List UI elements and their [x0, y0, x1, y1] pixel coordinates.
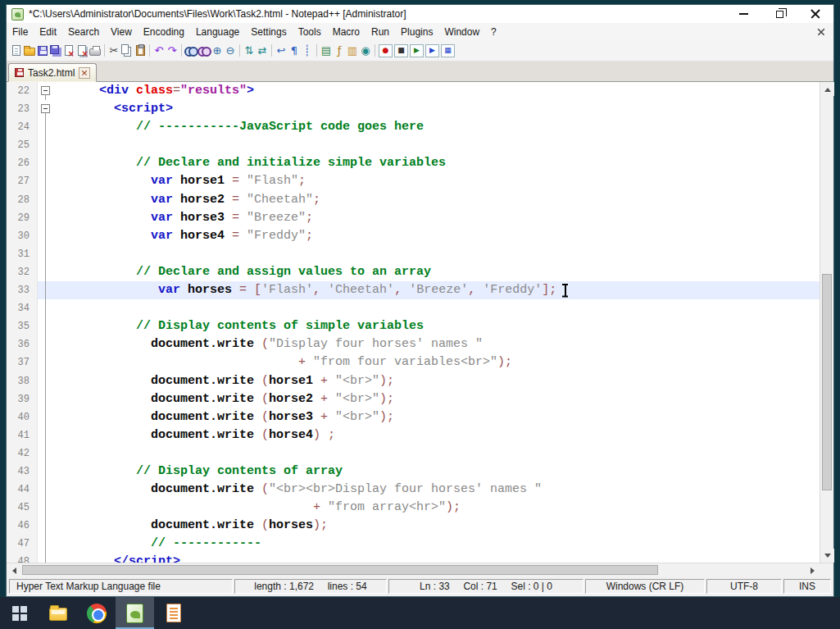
macro-stop-icon[interactable]: ■	[394, 44, 408, 57]
menu-item-language[interactable]: Language	[190, 24, 245, 40]
code-line-22[interactable]: 22 <div class="results">	[7, 82, 820, 100]
monitoring-icon[interactable]: ◉	[359, 43, 372, 58]
vertical-scrollbar[interactable]	[820, 82, 833, 563]
code-line-27[interactable]: 27 var horse1 = "Flash";	[7, 172, 820, 190]
horizontal-scroll-track[interactable]	[20, 563, 806, 577]
redo-icon[interactable]: ↷	[166, 43, 179, 58]
code-line-34[interactable]: 34	[7, 299, 820, 317]
code-line-28[interactable]: 28 var horse2 = "Cheetah";	[7, 191, 820, 209]
scroll-up-button[interactable]	[820, 82, 834, 96]
save-icon[interactable]	[36, 43, 49, 58]
menu-item-encoding[interactable]: Encoding	[138, 24, 190, 40]
code-line-23[interactable]: 23 <script>	[7, 100, 820, 118]
code-line-46[interactable]: 46 document.write (horses);	[7, 517, 820, 535]
menu-item-run[interactable]: Run	[366, 24, 395, 40]
macro-save-icon[interactable]: ▦	[441, 44, 455, 57]
document-app-button[interactable]	[154, 597, 193, 629]
code-line-35[interactable]: 35 // Display contents of simple variabl…	[7, 317, 820, 335]
scroll-left-button[interactable]	[7, 563, 20, 577]
code-line-39[interactable]: 39 document.write (horse2 + "<br>");	[7, 390, 820, 408]
code-line-43[interactable]: 43 // Display contents of array	[7, 463, 820, 481]
cut-icon[interactable]: ✂	[107, 43, 120, 58]
code-line-40[interactable]: 40 document.write (horse3 + "<br>");	[7, 408, 820, 426]
tab-task2html[interactable]: Task2.html	[8, 63, 97, 82]
code-line-44[interactable]: 44 document.write ("<br><br>Display four…	[7, 481, 820, 499]
word-wrap-icon[interactable]: ↩	[275, 43, 288, 58]
tab-close-button[interactable]	[79, 67, 90, 79]
save-all-icon[interactable]	[49, 43, 62, 58]
macro-record-icon[interactable]: ●	[379, 44, 393, 57]
sync-horizontal-scroll-icon[interactable]: ⇄	[256, 43, 269, 58]
close-button[interactable]	[797, 5, 833, 23]
menu-item-view[interactable]: View	[105, 24, 138, 40]
code-line-36[interactable]: 36 document.write ("Display four horses'…	[7, 335, 820, 353]
paste-icon[interactable]	[134, 43, 147, 58]
code-line-42[interactable]: 42	[7, 444, 820, 463]
code-line-30[interactable]: 30 var horse4 = "Freddy";	[7, 227, 820, 245]
file-explorer-button[interactable]	[39, 597, 77, 629]
folder-as-workspace-icon[interactable]: ▥	[346, 43, 359, 58]
document-map-icon[interactable]: ▤	[320, 43, 333, 58]
code-line-48[interactable]: 48 </script>	[7, 553, 820, 563]
horizontal-scrollbar[interactable]	[7, 563, 833, 577]
code-line-38[interactable]: 38 document.write (horse1 + "<br>");	[7, 372, 820, 390]
open-file-icon[interactable]	[23, 43, 36, 58]
code-line-33[interactable]: 33 var horses = ['Flash', 'Cheetah', 'Br…	[7, 281, 820, 299]
menu-item-file[interactable]: File	[7, 24, 34, 40]
indent-guide-icon[interactable]: ┊	[301, 43, 314, 58]
vertical-scroll-thumb[interactable]	[822, 274, 832, 490]
undo-icon[interactable]: ↶	[152, 43, 166, 58]
menu-item-macro[interactable]: Macro	[327, 24, 366, 40]
code-line-47[interactable]: 47 // ------------	[7, 535, 820, 553]
macro-run-multiple-icon[interactable]: ▶	[425, 44, 439, 57]
menu-item-help[interactable]: ?	[485, 24, 502, 40]
fold-guide-line	[38, 172, 55, 190]
line-number: 32	[7, 263, 38, 281]
code-line-24[interactable]: 24 // -----------JavaScript code goes he…	[7, 118, 820, 136]
chrome-icon	[87, 604, 107, 623]
menu-bar: FileEditSearchViewEncodingLanguageSettin…	[7, 23, 833, 40]
maximize-button[interactable]	[761, 5, 797, 23]
zoom-in-icon[interactable]: ⊕	[211, 43, 224, 58]
scroll-right-button[interactable]	[806, 563, 820, 577]
code-line-26[interactable]: 26 // Declare and initialize simple vari…	[7, 154, 820, 172]
close-all-icon[interactable]	[75, 43, 89, 58]
menu-item-tools[interactable]: Tools	[293, 24, 327, 40]
start-button[interactable]	[0, 597, 39, 629]
macro-play-icon[interactable]: ▶	[410, 44, 424, 57]
chrome-button[interactable]	[77, 597, 116, 629]
menu-item-edit[interactable]: Edit	[34, 24, 62, 40]
find-icon[interactable]	[184, 43, 198, 58]
code-text: // Declare and initialize simple variabl…	[55, 154, 820, 172]
sync-vertical-scroll-icon[interactable]: ⇅	[243, 43, 256, 58]
close-file-icon[interactable]	[62, 43, 75, 58]
menu-item-settings[interactable]: Settings	[245, 24, 292, 40]
editor[interactable]: 22 <div class="results">23 <script>24 //…	[7, 82, 833, 563]
zoom-out-icon[interactable]: ⊖	[224, 43, 237, 58]
menu-item-search[interactable]: Search	[62, 24, 105, 40]
code-line-41[interactable]: 41 document.write (horse4) ;	[7, 426, 820, 444]
horizontal-scroll-thumb[interactable]	[22, 565, 658, 575]
function-list-icon[interactable]: ƒ	[333, 43, 346, 58]
code-line-29[interactable]: 29 var horse3 = "Breeze";	[7, 209, 820, 227]
menu-item-window[interactable]: Window	[438, 24, 485, 40]
scroll-down-button[interactable]	[820, 549, 834, 563]
code-line-37[interactable]: 37 + "from four variables<br>");	[7, 353, 820, 371]
code-line-32[interactable]: 32 // Declare and assign values to an ar…	[7, 263, 820, 281]
minimize-button[interactable]	[725, 5, 761, 23]
status-length: length : 1,672 lines : 54	[234, 579, 387, 594]
copy-icon[interactable]	[120, 43, 134, 58]
menu-item-plugins[interactable]: Plugins	[395, 24, 438, 40]
replace-icon[interactable]	[198, 43, 211, 58]
code-line-31[interactable]: 31	[7, 245, 820, 263]
code-text: document.write (horse1 + "<br>");	[55, 372, 820, 390]
show-all-characters-icon[interactable]: ¶	[288, 43, 301, 58]
code-line-25[interactable]: 25	[7, 136, 820, 154]
notepadpp-taskbar-button[interactable]	[116, 597, 154, 629]
print-icon[interactable]	[89, 43, 102, 58]
fold-collapse-toggle[interactable]	[38, 100, 55, 118]
fold-collapse-toggle[interactable]	[38, 82, 55, 100]
new-file-icon[interactable]	[10, 43, 23, 58]
close-document-x-button[interactable]	[818, 28, 825, 35]
code-line-45[interactable]: 45 + "from array<hr>");	[7, 499, 820, 517]
